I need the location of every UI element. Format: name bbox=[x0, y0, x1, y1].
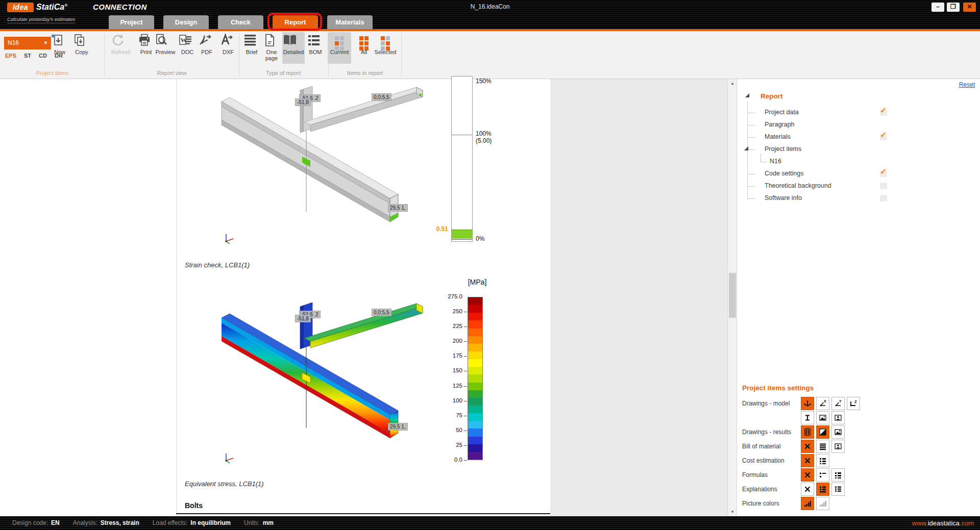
website-link[interactable]: www.ideastatica.com bbox=[912, 519, 974, 527]
collapse-triangle-icon[interactable] bbox=[745, 93, 749, 97]
axis-y-icon: Y bbox=[834, 399, 842, 408]
tree-item-materials[interactable]: Materials bbox=[765, 133, 791, 140]
print-button[interactable]: Print bbox=[137, 32, 155, 64]
list-highlight-button[interactable] bbox=[816, 483, 829, 496]
picture-figure-icon bbox=[834, 414, 842, 422]
picture-button[interactable] bbox=[831, 425, 845, 439]
close-button[interactable]: ✕ bbox=[963, 3, 976, 12]
mpa-tick-mark bbox=[464, 460, 467, 461]
tree-item-software-info[interactable]: Software info bbox=[765, 194, 802, 201]
detailed-book-icon bbox=[282, 33, 305, 48]
traffic-light-icon bbox=[803, 428, 812, 436]
tab-project[interactable]: Project bbox=[109, 15, 154, 29]
bom-list-icon bbox=[307, 33, 324, 48]
mpa-tick-150: 150 bbox=[440, 367, 462, 373]
items-current-button[interactable]: Current bbox=[328, 32, 351, 64]
minimize-button[interactable]: – bbox=[932, 3, 944, 12]
tree-connector bbox=[747, 125, 755, 125]
checkbox-code-settings[interactable]: ✓ bbox=[880, 170, 887, 177]
doc-button[interactable]: W DOC bbox=[179, 32, 196, 64]
tab-materials[interactable]: Materials bbox=[327, 15, 373, 29]
tree-item-theoretical-background[interactable]: Theoretical background bbox=[765, 182, 831, 189]
tree-item-code-settings[interactable]: Code settings bbox=[765, 170, 803, 177]
picture-icon bbox=[819, 414, 827, 422]
mpa-legend-title: [MPa] bbox=[457, 278, 498, 286]
scrollbar-thumb[interactable] bbox=[729, 273, 736, 318]
axo-button[interactable] bbox=[801, 397, 814, 410]
tab-design[interactable]: Design bbox=[163, 15, 209, 29]
item-type-cd[interactable]: CD bbox=[39, 53, 47, 59]
checkbox-project-data[interactable]: ✓ bbox=[880, 109, 887, 116]
tree-connector bbox=[761, 162, 767, 162]
diagonal-button[interactable] bbox=[816, 425, 829, 439]
scale-0-label: 0% bbox=[476, 235, 484, 242]
preview-button[interactable]: Preview bbox=[154, 32, 177, 64]
report-scrollbar[interactable]: ▲ ▼ bbox=[727, 79, 737, 516]
items-selected-button[interactable]: Selected bbox=[373, 32, 398, 64]
list-button[interactable] bbox=[831, 468, 845, 482]
axis-x-button[interactable]: X bbox=[816, 397, 829, 410]
cross-icon bbox=[803, 457, 812, 465]
items-all-button[interactable]: All bbox=[356, 32, 372, 64]
bars-light-button[interactable] bbox=[816, 497, 829, 510]
settings-row-cost-estimation: Cost estimation bbox=[737, 453, 980, 468]
tree-item-project-data[interactable]: Project data bbox=[765, 109, 799, 116]
dxf-button[interactable]: DXF bbox=[219, 32, 237, 64]
tree-item-paragraph[interactable]: Paragraph bbox=[765, 121, 794, 128]
axis-y-button[interactable]: Y bbox=[831, 397, 845, 410]
pdf-icon bbox=[198, 33, 215, 48]
one-page-button[interactable]: One page bbox=[262, 32, 281, 64]
report-canvas: -51,6 .2-51,80,0;5,529,5 1, 150% 100% (5… bbox=[0, 79, 980, 516]
detailed-button[interactable]: Detailed bbox=[282, 32, 305, 64]
strain-check-image: -51,6 .2-51,80,0;5,529,5 1, bbox=[218, 80, 433, 248]
checkbox-software-info[interactable] bbox=[880, 195, 887, 201]
bom-button[interactable]: BOM bbox=[307, 32, 324, 64]
tab-report[interactable]: Report bbox=[273, 15, 318, 29]
cross-button[interactable] bbox=[801, 454, 814, 467]
bolts-heading: Bolts bbox=[185, 501, 203, 510]
project-item-dropdown[interactable]: N16▼ bbox=[4, 37, 51, 49]
picture-button[interactable] bbox=[816, 411, 829, 424]
scroll-up-arrow[interactable]: ▲ bbox=[728, 79, 737, 88]
item-type-eps[interactable]: EPS bbox=[5, 53, 16, 59]
copy-button[interactable]: Copy bbox=[72, 32, 91, 64]
item-type-st[interactable]: ST bbox=[24, 53, 31, 59]
checkbox-theoretical-background[interactable] bbox=[880, 183, 887, 189]
mpa-tick-mark bbox=[464, 401, 467, 401]
section-icon bbox=[803, 414, 812, 422]
ribbon-separator bbox=[104, 33, 105, 77]
mpa-tick-mark bbox=[464, 386, 467, 387]
reset-link[interactable]: Reset bbox=[959, 81, 975, 88]
stress-label-1: -51,8 bbox=[295, 315, 311, 322]
checkbox-materials[interactable]: ✓ bbox=[880, 134, 887, 140]
settings-row-label: Formulas bbox=[742, 471, 768, 478]
tree-item-project-items[interactable]: Project items bbox=[765, 145, 801, 153]
axis-z-button[interactable]: Z bbox=[847, 397, 860, 410]
tree-item-n16[interactable]: N16 bbox=[770, 158, 781, 165]
picture-figure-button[interactable] bbox=[831, 440, 845, 453]
expand-triangle-icon[interactable] bbox=[744, 146, 748, 150]
refresh-button[interactable]: Refresh bbox=[111, 32, 131, 64]
pdf-button[interactable]: PDF bbox=[198, 32, 215, 64]
cross-button[interactable] bbox=[801, 468, 814, 482]
new-button[interactable]: New bbox=[51, 32, 69, 64]
lines-button[interactable] bbox=[816, 440, 829, 453]
section-divider bbox=[176, 513, 550, 514]
list-button[interactable] bbox=[816, 454, 829, 467]
section-button[interactable] bbox=[801, 411, 814, 424]
maximize-button[interactable]: ❐ bbox=[947, 3, 960, 12]
cross-button[interactable] bbox=[801, 483, 814, 496]
axo-icon bbox=[803, 399, 812, 408]
picture-figure-button[interactable] bbox=[831, 411, 845, 424]
formula-button[interactable] bbox=[816, 468, 829, 482]
cross-button[interactable] bbox=[801, 440, 814, 453]
tab-check[interactable]: Check bbox=[218, 15, 263, 29]
list-detail-button[interactable] bbox=[831, 483, 845, 496]
mpa-tick-200: 200 bbox=[440, 338, 462, 344]
tree-root-report[interactable]: Report bbox=[761, 92, 783, 100]
traffic-light-button[interactable] bbox=[801, 425, 814, 439]
stress-caption: Equivalent stress, LCB1(1) bbox=[185, 480, 264, 488]
bars-dark-button[interactable] bbox=[801, 497, 814, 510]
scroll-down-arrow[interactable]: ▼ bbox=[728, 508, 737, 516]
brief-button[interactable]: Brief bbox=[243, 32, 260, 64]
